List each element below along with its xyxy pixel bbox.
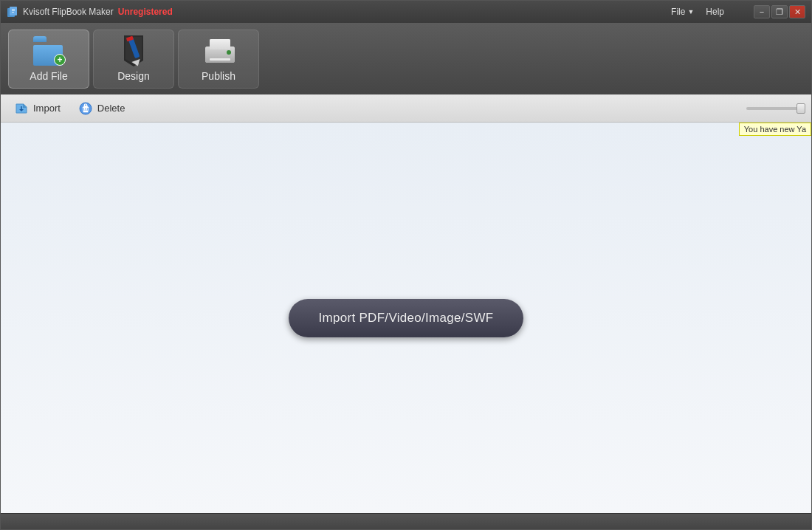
import-icon	[14, 101, 29, 116]
close-button[interactable]: ✕	[789, 5, 805, 18]
publish-label: Publish	[202, 70, 235, 82]
secondary-toolbar: Import Delete	[1, 94, 811, 123]
design-button[interactable]: Design	[93, 30, 174, 89]
publish-icon	[202, 36, 235, 66]
svg-rect-3	[12, 10, 15, 11]
app-icon	[7, 6, 18, 18]
menu-help[interactable]: Help	[706, 7, 724, 17]
zoom-slider-track	[746, 107, 805, 110]
import-label: Import	[33, 103, 61, 114]
window-controls: − ❐ ✕	[754, 5, 805, 18]
import-main-button[interactable]: Import PDF/Video/Image/SWF	[289, 299, 523, 337]
svg-rect-4	[12, 12, 14, 13]
delete-label: Delete	[97, 103, 125, 114]
restore-button[interactable]: ❐	[771, 5, 788, 18]
tooltip-text: You have new Ya	[744, 125, 806, 134]
tooltip-bar: You have new Ya	[739, 123, 811, 136]
statusbar	[1, 513, 811, 529]
main-window: Kvisoft FlipBook Maker Unregistered File…	[0, 0, 812, 530]
delete-icon	[78, 101, 93, 116]
svg-rect-13	[210, 39, 230, 49]
titlebar-left: Kvisoft FlipBook Maker Unregistered	[7, 6, 173, 18]
add-file-button[interactable]: + Add File	[8, 30, 89, 89]
zoom-slider-thumb[interactable]	[796, 103, 805, 114]
minimize-button[interactable]: −	[754, 5, 770, 18]
titlebar-menu: File ▼ Help	[671, 7, 724, 17]
add-file-label: Add File	[30, 70, 67, 82]
main-content: Import PDF/Video/Image/SWF	[1, 123, 811, 513]
svg-rect-14	[210, 58, 230, 61]
design-label: Design	[117, 70, 150, 82]
svg-rect-2	[12, 9, 15, 10]
svg-marker-17	[23, 104, 27, 108]
menu-file[interactable]: File ▼	[671, 7, 694, 17]
main-toolbar: + Add File Design	[1, 23, 811, 94]
app-title: Kvisoft FlipBook Maker	[23, 7, 114, 17]
design-icon	[120, 36, 148, 66]
titlebar: Kvisoft FlipBook Maker Unregistered File…	[1, 1, 811, 23]
zoom-slider-area	[746, 107, 805, 110]
add-file-icon: +	[32, 36, 66, 66]
publish-button[interactable]: Publish	[178, 30, 259, 89]
svg-point-15	[227, 50, 231, 55]
delete-button[interactable]: Delete	[71, 98, 133, 119]
unregistered-badge: Unregistered	[118, 7, 173, 17]
import-button[interactable]: Import	[7, 98, 68, 119]
